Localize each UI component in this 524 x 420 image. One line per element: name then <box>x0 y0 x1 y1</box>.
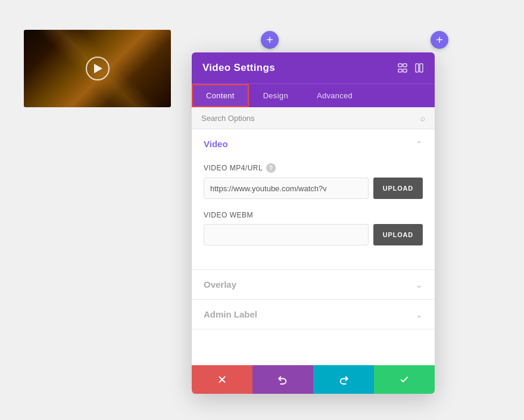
video-mp4-row: UPLOAD <box>204 178 423 199</box>
help-icon[interactable]: ? <box>266 163 276 173</box>
modal-content: Video ⌃ Video MP4/URL ? UPLOAD <box>192 129 435 365</box>
svg-rect-3 <box>403 69 407 72</box>
tabs-container: Content Design Advanced <box>192 83 435 107</box>
svg-rect-1 <box>403 64 407 67</box>
play-icon <box>94 64 102 73</box>
video-section-title: Video <box>204 139 228 149</box>
overlay-section: Overlay ⌄ <box>192 270 435 300</box>
modal-header: Video Settings <box>192 52 435 83</box>
close-icon[interactable] <box>414 63 424 73</box>
cancel-button[interactable] <box>192 365 252 394</box>
video-webm-input[interactable] <box>204 224 369 245</box>
save-button[interactable] <box>374 365 435 394</box>
video-mp4-label: Video MP4/URL ? <box>204 163 423 173</box>
svg-rect-5 <box>420 64 423 72</box>
svg-rect-2 <box>398 69 402 72</box>
svg-rect-0 <box>398 64 402 67</box>
video-webm-upload-button[interactable]: UPLOAD <box>373 224 423 245</box>
admin-label-section-title: Admin Label <box>204 309 257 319</box>
video-webm-row: UPLOAD <box>204 224 423 245</box>
overlay-section-header[interactable]: Overlay ⌄ <box>192 270 435 299</box>
redo-button[interactable] <box>313 365 374 394</box>
play-button[interactable] <box>86 57 110 80</box>
video-settings-modal: Video Settings Content Design Advanced <box>192 52 435 394</box>
tab-content[interactable]: Content <box>192 84 249 107</box>
add-module-left-button[interactable]: + <box>261 31 279 49</box>
search-bar: Search Options ⌕ <box>192 107 435 129</box>
tab-design[interactable]: Design <box>249 84 302 107</box>
svg-rect-4 <box>416 64 419 72</box>
modal-title: Video Settings <box>202 62 275 74</box>
search-icon[interactable]: ⌕ <box>420 113 425 123</box>
video-preview <box>24 30 171 107</box>
video-section-header[interactable]: Video ⌃ <box>192 129 435 158</box>
tab-advanced[interactable]: Advanced <box>302 84 367 107</box>
video-section: Video ⌃ Video MP4/URL ? UPLOAD <box>192 129 435 270</box>
overlay-section-title: Overlay <box>204 279 236 290</box>
add-module-right-button[interactable]: + <box>431 31 448 49</box>
video-webm-label: Video Webm <box>204 211 423 219</box>
video-chevron-up-icon: ⌃ <box>416 139 423 149</box>
undo-button[interactable] <box>252 365 313 394</box>
search-options-label: Search Options <box>201 114 255 123</box>
content-spacer <box>192 329 435 365</box>
video-mp4-field-group: Video MP4/URL ? UPLOAD <box>204 163 423 199</box>
admin-label-section: Admin Label ⌄ <box>192 300 435 329</box>
overlay-chevron-down-icon: ⌄ <box>416 280 423 290</box>
video-mp4-upload-button[interactable]: UPLOAD <box>373 178 423 199</box>
video-webm-field-group: Video Webm UPLOAD <box>204 211 423 245</box>
fullscreen-icon[interactable] <box>398 63 407 73</box>
admin-label-section-header[interactable]: Admin Label ⌄ <box>192 300 435 329</box>
admin-label-chevron-down-icon: ⌄ <box>416 310 423 319</box>
video-section-body: Video MP4/URL ? UPLOAD Video Webm <box>192 158 435 269</box>
video-mp4-input[interactable] <box>204 178 369 199</box>
header-icons <box>398 63 424 73</box>
action-bar <box>192 365 435 394</box>
